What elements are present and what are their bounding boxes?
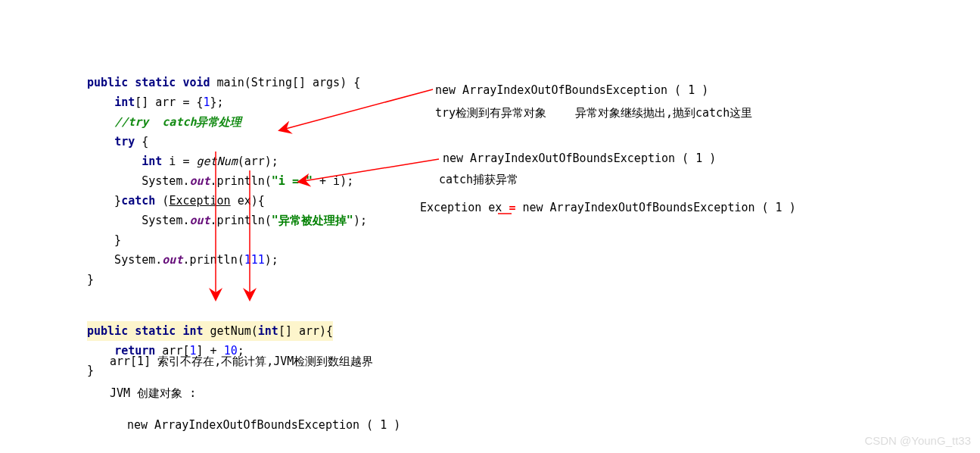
- annot-new-ex-2: new ArrayIndexOutOfBoundsException ( 1 ): [443, 152, 716, 165]
- main-code-block: public static void main(String[] args) {…: [87, 53, 367, 289]
- annot-new-ex-bottom: new ArrayIndexOutOfBoundsException ( 1 ): [127, 418, 400, 432]
- annot-jvm-create: JVM 创建对象 :: [110, 386, 196, 401]
- annot-exception-assign: Exception ex = new ArrayIndexOutOfBounds…: [420, 201, 796, 214]
- annot-arr-oob: arr[1] 索引不存在,不能计算,JVM检测到数组越界: [110, 355, 373, 369]
- annot-catch-caught: catch捕获异常: [439, 173, 518, 187]
- annot-try-detect: try检测到有异常对象: [435, 106, 546, 120]
- annot-new-ex-1: new ArrayIndexOutOfBoundsException ( 1 ): [435, 83, 708, 97]
- watermark: CSDN @YounG_tt33: [864, 434, 971, 447]
- comment: //try catch异常处理: [114, 115, 241, 129]
- kw: public static void: [87, 76, 210, 89]
- annot-throw-to-catch: 异常对象继续抛出,抛到catch这里: [575, 106, 752, 120]
